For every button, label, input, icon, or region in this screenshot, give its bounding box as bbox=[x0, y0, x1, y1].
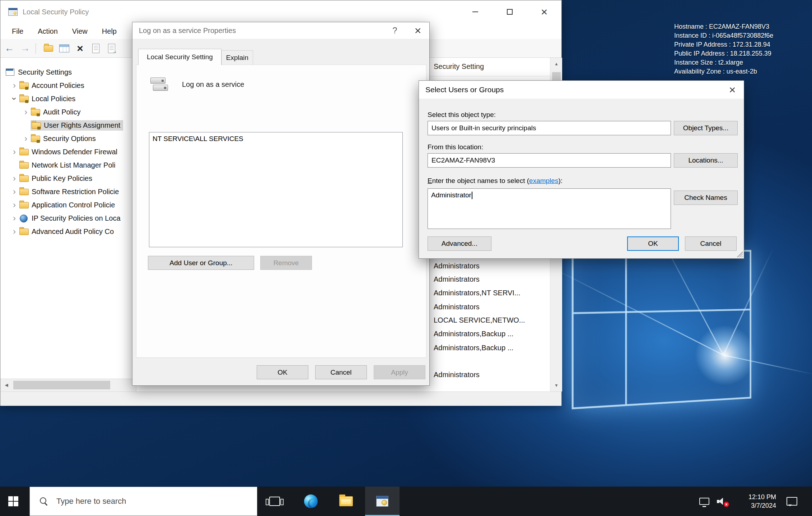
forward-icon[interactable] bbox=[18, 42, 32, 55]
local-security-policy-taskbar-button[interactable] bbox=[365, 487, 400, 516]
chevron-right-icon[interactable] bbox=[10, 214, 19, 223]
tree-item-label: Local Policies bbox=[32, 95, 75, 103]
add-user-or-group-button[interactable]: Add User or Group... bbox=[148, 256, 254, 270]
volume-muted-icon bbox=[717, 497, 728, 506]
tree-item-label: Windows Defender Firewal bbox=[32, 148, 117, 156]
tree-item-local-policies[interactable]: Local Policies bbox=[0, 92, 137, 105]
list-row[interactable]: LOCAL SERVICE,NETWO... bbox=[434, 314, 525, 326]
button-label: Cancel bbox=[330, 369, 351, 376]
title-bar[interactable]: Local Security Policy bbox=[0, 0, 561, 23]
console-tree-icon[interactable] bbox=[57, 42, 71, 55]
chevron-right-icon[interactable] bbox=[10, 174, 19, 183]
network-tray-button[interactable] bbox=[696, 487, 712, 516]
cancel-button[interactable]: Cancel bbox=[315, 365, 367, 379]
tree-item-windows-defender-firewall[interactable]: Windows Defender Firewal bbox=[0, 145, 137, 158]
wallpaper-logo-vertical-bar bbox=[625, 251, 627, 404]
back-icon[interactable] bbox=[3, 42, 16, 55]
chevron-right-icon[interactable] bbox=[10, 201, 19, 210]
listbox-entry[interactable]: NT SERVICE\ALL SERVICES bbox=[153, 135, 399, 143]
tree-item-audit-policy[interactable]: Audit Policy bbox=[0, 105, 137, 118]
action-center-button[interactable] bbox=[783, 487, 801, 516]
tree-item-user-rights-assignment[interactable]: User Rights Assignment bbox=[0, 119, 137, 132]
list-row[interactable]: Administrators bbox=[434, 273, 480, 285]
close-button[interactable] bbox=[721, 81, 744, 99]
button-label: Object Types... bbox=[683, 124, 728, 132]
object-types-button[interactable]: Object Types... bbox=[674, 121, 738, 135]
tree-item-security-options[interactable]: Security Options bbox=[0, 132, 137, 145]
edge-button[interactable] bbox=[294, 487, 328, 516]
instance-info-line: Private IP Address : 172.31.28.94 bbox=[674, 40, 773, 49]
ok-button[interactable]: OK bbox=[627, 236, 679, 251]
list-row[interactable]: Administrators,Backup ... bbox=[434, 342, 513, 354]
advanced-button[interactable]: Advanced... bbox=[428, 236, 491, 251]
cancel-button[interactable]: Cancel bbox=[685, 236, 737, 251]
apply-button: Apply bbox=[374, 365, 425, 379]
tree-item-application-control-policies[interactable]: Application Control Policie bbox=[0, 198, 137, 211]
chevron-right-icon[interactable] bbox=[21, 108, 31, 117]
help-button[interactable] bbox=[383, 22, 406, 39]
examples-link[interactable]: examples bbox=[529, 177, 558, 184]
chevron-right-icon[interactable] bbox=[10, 147, 19, 156]
tree-item-security-settings[interactable]: Security Settings bbox=[0, 66, 137, 79]
scroll-down-arrow-icon[interactable] bbox=[550, 379, 563, 391]
instance-info-line: Availability Zone : us-east-2b bbox=[674, 67, 773, 76]
menu-file[interactable]: File bbox=[5, 23, 31, 39]
scrollbar-thumb[interactable] bbox=[13, 381, 110, 389]
tab-local-security-setting[interactable]: Local Security Setting bbox=[138, 49, 221, 65]
dialog-title-bar[interactable]: Log on as a service Properties bbox=[132, 22, 429, 39]
taskbar-clock[interactable]: 12:10 PM 3/7/2024 bbox=[737, 487, 776, 516]
list-row[interactable]: Administrators,NT SERVI... bbox=[434, 287, 521, 299]
members-listbox[interactable]: NT SERVICE\ALL SERVICES bbox=[149, 132, 403, 247]
minimize-button[interactable] bbox=[458, 0, 493, 23]
menu-view[interactable]: View bbox=[65, 23, 95, 39]
list-row[interactable]: Administrators,Backup ... bbox=[434, 328, 513, 340]
task-view-button[interactable] bbox=[257, 487, 292, 516]
menu-help[interactable]: Help bbox=[95, 23, 124, 39]
chevron-right-icon[interactable] bbox=[21, 134, 31, 143]
object-names-input[interactable]: Administrator bbox=[428, 188, 671, 229]
maximize-button[interactable] bbox=[493, 0, 527, 23]
close-button[interactable] bbox=[527, 0, 561, 23]
tree-item-advanced-audit-policy[interactable]: Advanced Audit Policy Co bbox=[0, 225, 137, 238]
tree-item-account-policies[interactable]: Account Policies bbox=[0, 79, 137, 92]
locations-button[interactable]: Locations... bbox=[674, 153, 738, 168]
tree-item-software-restriction-policies[interactable]: Software Restriction Policie bbox=[0, 185, 137, 198]
menu-action[interactable]: Action bbox=[31, 23, 65, 39]
delete-icon[interactable] bbox=[73, 42, 87, 55]
tree-horizontal-scrollbar[interactable] bbox=[0, 379, 137, 391]
ok-button[interactable]: OK bbox=[257, 365, 308, 379]
list-row[interactable]: Administrators bbox=[434, 301, 480, 313]
tree-item-public-key-policies[interactable]: Public Key Policies bbox=[0, 172, 137, 185]
tree-item-network-list-manager[interactable]: Network List Manager Poli bbox=[0, 159, 137, 172]
clock-time: 12:10 PM bbox=[748, 493, 776, 501]
close-button[interactable] bbox=[406, 22, 429, 39]
file-explorer-button[interactable] bbox=[329, 487, 363, 516]
chevron-right-icon[interactable] bbox=[10, 187, 19, 196]
export-list-icon[interactable] bbox=[89, 42, 103, 55]
app-icon bbox=[8, 8, 18, 16]
chevron-expanded-icon[interactable] bbox=[10, 94, 19, 103]
security-setting-value: Administrators bbox=[434, 275, 480, 283]
scroll-left-arrow-icon[interactable] bbox=[0, 379, 13, 391]
tab-explain[interactable]: Explain bbox=[221, 50, 253, 65]
taskbar-search-box[interactable]: Type here to search bbox=[29, 487, 257, 516]
tree-item-label: IP Security Policies on Loca bbox=[32, 214, 121, 222]
tree-item-ip-security-policies[interactable]: IP Security Policies on Loca bbox=[0, 212, 137, 225]
chevron-right-icon[interactable] bbox=[10, 81, 19, 90]
object-type-field[interactable]: Users or Built-in security principals bbox=[428, 121, 671, 135]
resize-grip[interactable] bbox=[737, 252, 743, 257]
location-field[interactable]: EC2AMAZ-FAN98V3 bbox=[428, 153, 671, 168]
folder-icon bbox=[19, 228, 28, 235]
chevron-right-icon[interactable] bbox=[10, 227, 19, 236]
instance-info-line: Hostname : EC2AMAZ-FAN98V3 bbox=[674, 22, 773, 31]
start-button[interactable] bbox=[0, 487, 27, 516]
list-row[interactable]: Administrators bbox=[434, 260, 480, 272]
check-names-button[interactable]: Check Names bbox=[674, 191, 738, 205]
list-row[interactable]: Administrators bbox=[434, 369, 480, 381]
dialog-title-bar[interactable]: Select Users or Groups bbox=[419, 81, 744, 99]
scroll-up-arrow-icon[interactable] bbox=[550, 58, 563, 70]
export-folder-icon[interactable] bbox=[42, 42, 55, 55]
volume-tray-button[interactable] bbox=[714, 487, 730, 516]
tree-item-label: Application Control Policie bbox=[32, 201, 115, 209]
help-document-icon[interactable] bbox=[105, 42, 118, 55]
